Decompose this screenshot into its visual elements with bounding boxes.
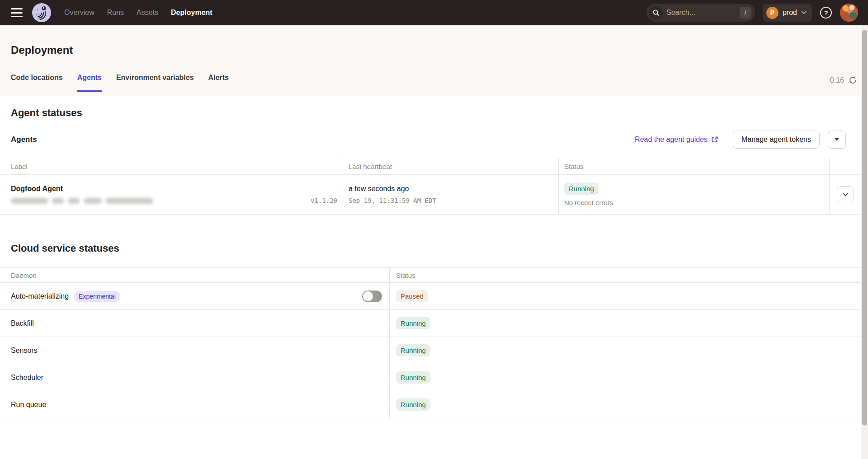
cloud-services-table: Daemon Status Auto-materializing Experim…: [0, 267, 861, 418]
dagster-logo-icon[interactable]: [32, 3, 52, 23]
column-header-status: Status: [390, 268, 861, 282]
tab-code-locations[interactable]: Code locations: [11, 73, 63, 92]
status-badge: Running: [396, 371, 430, 384]
page-title: Deployment: [11, 43, 857, 57]
table-row-backfill: Backfill Running: [0, 310, 861, 337]
status-badge: Running: [396, 344, 430, 356]
column-header-last-heartbeat: Last heartbeat: [343, 158, 559, 174]
scrollbar-thumb[interactable]: [862, 30, 867, 426]
agent-version: v1.1.20: [311, 197, 337, 204]
agent-id-redacted: [11, 198, 153, 204]
agent-statuses-heading: Agent statuses: [0, 107, 861, 119]
agents-table: Label Last heartbeat Status Dogfood Agen…: [0, 158, 861, 215]
external-link-icon: [711, 136, 718, 143]
daemon-name: Run queue: [11, 401, 46, 409]
agent-heartbeat-cell: a few seconds ago Sep 19, 11:31:59 AM ED…: [343, 175, 559, 214]
help-icon[interactable]: ?: [820, 7, 832, 19]
menu-icon[interactable]: [11, 8, 23, 17]
scrollbar[interactable]: [861, 25, 868, 459]
agents-table-header: Label Last heartbeat Status: [0, 158, 861, 175]
table-row-run-queue: Run queue Running: [0, 391, 861, 418]
auto-materializing-toggle[interactable]: [362, 290, 382, 302]
heartbeat-timestamp: Sep 19, 11:31:59 AM EDT: [349, 197, 553, 204]
cloud-table-header: Daemon Status: [0, 267, 861, 283]
search-shortcut-key: /: [740, 7, 751, 19]
table-row-scheduler: Scheduler Running: [0, 364, 861, 391]
tab-alerts[interactable]: Alerts: [208, 73, 229, 92]
nav-runs[interactable]: Runs: [107, 9, 124, 17]
primary-nav: Overview Runs Assets Deployment: [64, 9, 212, 17]
topbar-right-cluster: / P prod ?: [646, 4, 858, 22]
agent-expand-button[interactable]: [837, 186, 854, 203]
refresh-icon[interactable]: [849, 76, 857, 84]
daemon-name: Sensors: [11, 347, 38, 355]
tab-environment-variables[interactable]: Environment variables: [116, 73, 194, 92]
search-icon: [649, 6, 663, 19]
nav-deployment[interactable]: Deployment: [171, 9, 212, 17]
chevron-down-icon: [801, 11, 807, 14]
refresh-countdown: 0:16: [830, 76, 844, 84]
status-badge: Running: [396, 317, 430, 329]
tab-agents[interactable]: Agents: [77, 73, 102, 92]
org-switcher[interactable]: P prod: [763, 4, 812, 22]
status-badge: Paused: [396, 290, 428, 302]
nav-assets[interactable]: Assets: [137, 9, 158, 17]
search-box[interactable]: /: [646, 4, 755, 22]
daemon-name: Scheduler: [11, 374, 43, 382]
cloud-service-statuses-heading: Cloud service statuses: [0, 243, 861, 254]
column-header-daemon: Daemon: [0, 268, 390, 282]
toggle-knob: [363, 291, 373, 301]
user-avatar[interactable]: [840, 4, 858, 22]
column-header-label: Label: [0, 158, 343, 174]
caret-down-icon: [835, 138, 839, 141]
top-navigation-bar: Overview Runs Assets Deployment / P prod…: [0, 0, 868, 25]
nav-overview[interactable]: Overview: [64, 9, 94, 17]
search-input[interactable]: [666, 9, 740, 17]
agent-name: Dogfood Agent: [11, 185, 337, 193]
agents-subheading: Agents: [11, 135, 37, 144]
daemon-name: Auto-materializing: [11, 292, 69, 300]
deployment-tabs: Code locations Agents Environment variab…: [11, 73, 229, 92]
agent-actions-cell: [830, 175, 861, 214]
agent-status-badge: Running: [564, 183, 599, 195]
org-name: prod: [783, 9, 797, 17]
heartbeat-relative: a few seconds ago: [349, 185, 553, 193]
agent-guides-link-label: Read the agent guides: [635, 136, 708, 144]
org-initial-badge: P: [766, 7, 778, 19]
status-badge: Running: [396, 398, 430, 411]
table-row-auto-materializing: Auto-materializing Experimental Paused: [0, 283, 861, 310]
agent-row: Dogfood Agent v1.1.20 a few seconds ago …: [0, 175, 861, 215]
daemon-name: Backfill: [11, 319, 34, 328]
chevron-down-icon: [842, 191, 849, 198]
agent-status-detail: No recent errors: [564, 199, 824, 206]
agent-status-cell: Running No recent errors: [559, 175, 830, 214]
column-header-status: Status: [559, 158, 830, 174]
table-row-sensors: Sensors Running: [0, 337, 861, 364]
main-content: Agent statuses Agents Read the agent gui…: [0, 107, 861, 418]
page-header: Deployment Code locations Agents Environ…: [0, 25, 868, 96]
experimental-badge: Experimental: [74, 291, 120, 302]
manage-agent-tokens-button[interactable]: Manage agent tokens: [733, 131, 820, 149]
agent-guides-link[interactable]: Read the agent guides: [635, 136, 718, 144]
column-header-actions: [830, 158, 861, 174]
agent-actions-menu-button[interactable]: [828, 131, 846, 149]
agent-label-cell: Dogfood Agent v1.1.20: [0, 175, 343, 214]
